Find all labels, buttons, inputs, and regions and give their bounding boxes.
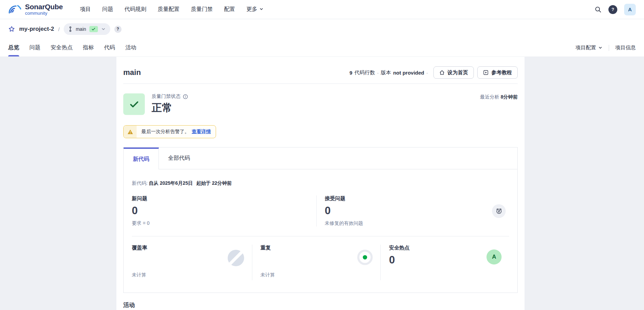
- metric-coverage: 覆盖率 未计算: [132, 245, 252, 280]
- snooze-alarm-icon: [492, 204, 506, 218]
- measures-panel: 新代码 全部代码 新代码: 自从 2025年6月25日起始于 22分钟前 新问题…: [123, 147, 518, 293]
- play-video-icon: [483, 70, 489, 75]
- divider: [609, 45, 609, 51]
- tab-new-code[interactable]: 新代码: [124, 147, 159, 169]
- version-label: 版本: [381, 69, 391, 76]
- sonarqube-logo[interactable]: SonarQube community: [8, 2, 63, 17]
- metric-duplications: 重复 未计算: [252, 245, 381, 280]
- branch-help-icon[interactable]: ?: [114, 26, 122, 33]
- metric-label: 接受问题: [325, 195, 509, 202]
- nav-item-administration[interactable]: 配置: [224, 6, 235, 13]
- info-icon[interactable]: [183, 94, 188, 99]
- breadcrumb-separator: /: [58, 26, 60, 32]
- warning-icon: [124, 126, 137, 138]
- logo-wordmark: SonarQube: [25, 3, 63, 11]
- overview-panel: main 9 代码行数 · 版本 not provided · 设为首页 参: [116, 57, 525, 310]
- new-code-period: 新代码: 自从 2025年6月25日起始于 22分钟前: [132, 180, 509, 186]
- favorite-star-icon[interactable]: [8, 26, 15, 33]
- chevron-down-icon: [259, 7, 264, 13]
- metric-new-issues: 新问题 0 要求 = 0: [132, 195, 316, 227]
- breadcrumb: my-project-2 / main ?: [0, 19, 644, 39]
- branch-title: main: [123, 68, 141, 77]
- nav-item-projects[interactable]: 项目: [80, 6, 91, 13]
- warning-text: 最后一次分析告警了。: [141, 129, 189, 135]
- quality-gate-section: 质量门禁状态 正常 最近分析 8分钟前: [123, 93, 518, 115]
- project-nav-tabs: 总览 问题 安全热点 指标 代码 活动 项目配置 项目信息: [0, 39, 644, 56]
- duplications-ring-icon: [357, 249, 373, 267]
- metric-value[interactable]: 0: [325, 205, 509, 216]
- logo-text: SonarQube community: [25, 3, 63, 16]
- nav-item-more[interactable]: 更多: [247, 6, 264, 13]
- metric-status: 未计算: [132, 272, 146, 278]
- nav-item-quality-profiles[interactable]: 质量配置: [158, 6, 180, 13]
- last-analysis: 最近分析 8分钟前: [480, 93, 518, 115]
- tutorial-button[interactable]: 参考教程: [477, 66, 518, 79]
- nav-item-issues[interactable]: 问题: [102, 6, 113, 13]
- breadcrumb-project-name[interactable]: my-project-2: [19, 26, 54, 33]
- tab-code[interactable]: 代码: [104, 39, 115, 56]
- tab-security-hotspots[interactable]: 安全热点: [51, 39, 73, 56]
- tab-overview[interactable]: 总览: [8, 39, 19, 56]
- home-icon: [439, 70, 445, 75]
- project-settings-menu[interactable]: 项目配置: [576, 44, 603, 51]
- warning-details-link[interactable]: 查看详情: [192, 129, 211, 135]
- metric-label: 新问题: [132, 195, 316, 202]
- loc-value: 9: [350, 70, 352, 76]
- chevron-down-icon: [598, 46, 603, 50]
- tab-measures[interactable]: 指标: [83, 39, 94, 56]
- tab-issues[interactable]: 问题: [29, 39, 40, 56]
- search-icon[interactable]: [594, 6, 602, 13]
- set-homepage-button[interactable]: 设为首页: [433, 66, 474, 79]
- sonarqube-swirl-icon: [8, 2, 22, 17]
- tab-activity[interactable]: 活动: [125, 39, 136, 56]
- chevron-down-icon: [101, 27, 106, 31]
- security-rating-badge: A: [487, 249, 502, 264]
- metric-description: 未修复的有效问题: [325, 220, 509, 227]
- activity-section-title: 活动: [123, 301, 518, 309]
- main-nav: 项目 问题 代码规则 质量配置 质量门禁 配置 更多: [80, 6, 264, 13]
- navbar-right: ? A: [594, 4, 636, 15]
- quality-gate-status: 正常: [152, 101, 188, 115]
- help-icon[interactable]: ?: [608, 5, 617, 14]
- quality-gate-passed-icon: [123, 93, 145, 115]
- quality-gate-label: 质量门禁状态: [152, 93, 180, 100]
- code-scope-tabs: 新代码 全部代码: [124, 147, 517, 169]
- branch-selector[interactable]: main: [64, 23, 110, 35]
- analysis-warning-banner: 最后一次分析告警了。 查看详情: [123, 125, 216, 138]
- branch-name: main: [76, 26, 86, 32]
- nav-item-rules[interactable]: 代码规则: [125, 6, 147, 13]
- branch-icon: [68, 26, 73, 32]
- logo-edition: community: [25, 11, 63, 16]
- avatar[interactable]: A: [624, 4, 636, 15]
- divider: [123, 83, 518, 84]
- coverage-not-computed-icon: [227, 249, 244, 268]
- metric-status: 未计算: [261, 272, 275, 278]
- branch-header: main 9 代码行数 · 版本 not provided · 设为首页 参: [123, 66, 518, 79]
- metric-value[interactable]: 0: [132, 205, 316, 216]
- metric-condition: 要求 = 0: [132, 220, 316, 227]
- metric-security-hotspots: 安全热点 0 A: [381, 245, 509, 280]
- tab-overall-code[interactable]: 全部代码: [159, 147, 199, 169]
- version-value: not provided: [393, 70, 424, 76]
- branch-quality-gate-passed-icon: [89, 26, 98, 32]
- nav-item-quality-gates[interactable]: 质量门禁: [191, 6, 213, 13]
- project-information-link[interactable]: 项目信息: [615, 44, 636, 51]
- metric-accepted-issues: 接受问题 0 未修复的有效问题: [317, 195, 509, 227]
- branch-meta: 9 代码行数 · 版本 not provided ·: [350, 69, 428, 76]
- global-navbar: SonarQube community 项目 问题 代码规则 质量配置 质量门禁…: [0, 0, 644, 19]
- loc-label: 代码行数: [354, 69, 375, 76]
